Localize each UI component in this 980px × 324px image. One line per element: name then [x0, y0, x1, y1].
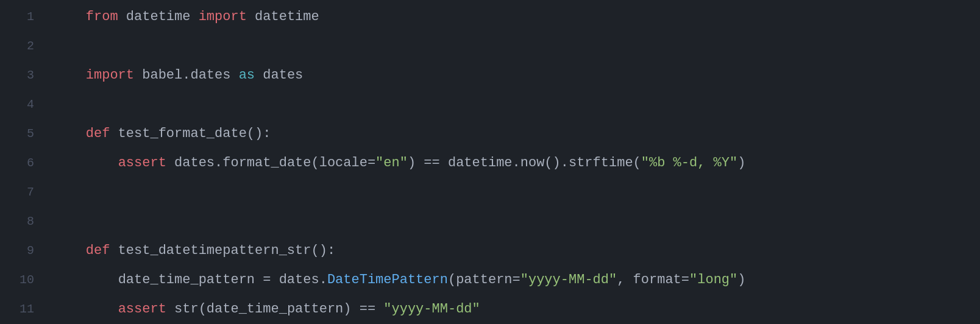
code-token: test_format_date():: [110, 126, 271, 141]
code-token: as: [239, 68, 255, 83]
code-token: [54, 243, 86, 258]
line-number: 5: [12, 119, 34, 149]
code-line: [54, 32, 980, 61]
code-token: [54, 126, 86, 141]
code-line: [54, 207, 980, 236]
code-token: assert: [118, 155, 166, 171]
code-token: "yyyy-MM-dd": [383, 301, 480, 317]
code-token: datetime: [118, 9, 199, 24]
code-token: DateTimePattern: [327, 272, 448, 287]
code-token: def: [86, 126, 110, 141]
line-number: 2: [12, 32, 34, 61]
code-token: [54, 272, 118, 287]
code-token: (pattern=: [448, 272, 520, 287]
code-line: date_time_pattern = dates.DateTimePatter…: [54, 266, 980, 295]
code-token: [54, 301, 118, 317]
code-line: assert str(date_time_pattern) == "yyyy-M…: [54, 295, 980, 324]
line-number: 1: [12, 2, 34, 32]
code-token: [54, 155, 118, 171]
code-token: assert: [118, 301, 166, 317]
code-token: [54, 9, 86, 24]
code-token: , format=: [617, 272, 689, 287]
line-number: 7: [12, 178, 34, 207]
code-token: import: [86, 68, 134, 83]
code-line: [54, 178, 980, 207]
line-number: 10: [12, 266, 34, 295]
line-numbers: 1234567891011: [0, 2, 49, 322]
code-line: def test_format_date():: [54, 119, 980, 149]
code-line: import babel.dates as dates: [54, 61, 980, 90]
code-token: date_time_pattern = dates.: [118, 272, 327, 287]
line-number: 8: [12, 207, 34, 236]
code-line: from datetime import datetime: [54, 2, 980, 32]
line-number: 11: [12, 295, 34, 324]
code-token: dates.format_date(locale=: [166, 155, 375, 171]
code-token: "%b %-d, %Y": [641, 155, 737, 171]
code-editor: 1234567891011 from datetime import datet…: [0, 0, 980, 324]
code-token: "en": [375, 155, 408, 171]
code-token: datetime: [247, 9, 319, 24]
code-token: import: [199, 9, 247, 24]
code-token: ): [737, 155, 745, 171]
code-token: "yyyy-MM-dd": [520, 272, 617, 287]
code-token: ): [737, 272, 745, 287]
code-token: test_datetimepattern_str():: [110, 243, 335, 258]
line-number: 6: [12, 149, 34, 178]
code-token: "long": [689, 272, 737, 287]
code-content: from datetime import datetime import bab…: [49, 2, 980, 322]
code-token: str(date_time_pattern) ==: [166, 301, 383, 317]
code-line: def test_datetimepattern_str():: [54, 236, 980, 266]
line-number: 4: [12, 90, 34, 119]
code-token: ) == datetime.now().strftime(: [408, 155, 641, 171]
code-token: from: [86, 9, 118, 24]
line-number: 9: [12, 236, 34, 266]
code-line: assert dates.format_date(locale="en") ==…: [54, 149, 980, 178]
code-token: dates: [255, 68, 303, 83]
code-token: babel.dates: [134, 68, 239, 83]
line-number: 3: [12, 61, 34, 90]
code-line: [54, 90, 980, 119]
code-token: [54, 68, 86, 83]
code-token: def: [86, 243, 110, 258]
